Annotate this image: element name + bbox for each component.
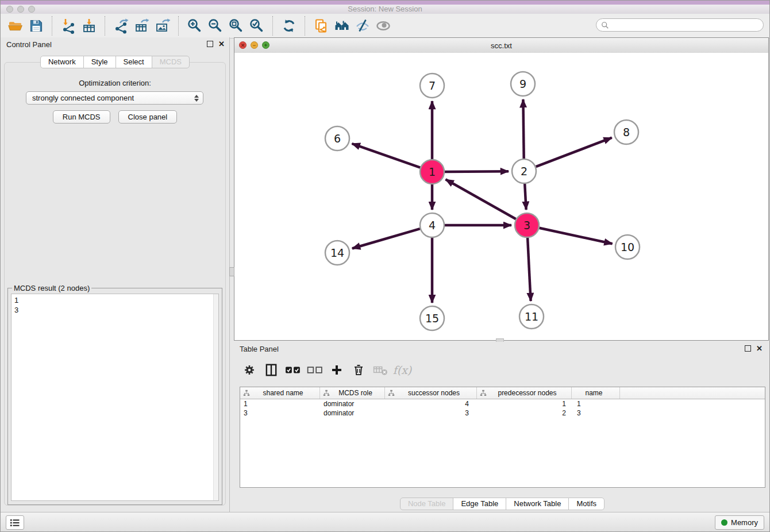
tab-mcds[interactable]: MCDS: [152, 56, 190, 68]
refresh-layout-button[interactable]: [279, 16, 299, 36]
cell-name[interactable]: 3: [572, 408, 620, 418]
tab-motifs[interactable]: Motifs: [568, 498, 605, 510]
graph-edge-2-8[interactable]: [536, 138, 612, 167]
tab-style[interactable]: Style: [83, 56, 116, 68]
memory-button[interactable]: Memory: [715, 515, 764, 530]
save-session-button[interactable]: [26, 16, 47, 36]
column-header-predecessor-nodes[interactable]: predecessor nodes: [477, 387, 572, 399]
column-header-shared-name[interactable]: shared name: [240, 387, 320, 399]
result-scrollbar[interactable]: [213, 294, 218, 500]
zoom-in-icon: [187, 18, 203, 34]
zoom-in-button[interactable]: [184, 16, 205, 36]
deselect-all-columns-button[interactable]: [305, 361, 325, 379]
table-row[interactable]: 1 dominator 4 1 1: [240, 399, 765, 408]
graph-node-7[interactable]: 7: [420, 74, 444, 98]
graph-node-14[interactable]: 14: [325, 241, 349, 265]
import-table-button[interactable]: [79, 16, 99, 36]
graph-edge-1-2[interactable]: [445, 171, 509, 172]
graph-edge-3-10[interactable]: [540, 228, 613, 244]
graph-node-8[interactable]: 8: [614, 120, 638, 144]
import-table-icon: [81, 18, 97, 34]
select-all-columns-button[interactable]: [283, 361, 303, 379]
graph-node-4[interactable]: 4: [420, 213, 444, 237]
task-history-button[interactable]: [6, 515, 24, 530]
open-session-button[interactable]: [5, 16, 26, 36]
network-canvas[interactable]: 7968124314101511: [234, 53, 768, 340]
graph-edge-3-11[interactable]: [528, 238, 531, 301]
toolbar-separator: [178, 16, 179, 36]
graph-edge-4-14[interactable]: [352, 229, 420, 248]
svg-text:6: 6: [334, 132, 341, 145]
graph-node-11[interactable]: 11: [519, 304, 544, 329]
table-panel-header: Table Panel ✕: [234, 342, 770, 357]
graph-node-15[interactable]: 15: [420, 306, 444, 330]
hierarchy-icon: [388, 390, 395, 396]
cell-mcds-role[interactable]: dominator: [320, 399, 385, 408]
vertical-splitter-handle[interactable]: [229, 267, 234, 276]
graph-edge-1-6[interactable]: [352, 144, 421, 168]
show-all-button[interactable]: [373, 16, 394, 36]
run-mcds-button[interactable]: Run MCDS: [53, 110, 110, 124]
graph-edge-2-3[interactable]: [525, 184, 526, 210]
delete-column-button[interactable]: [349, 361, 368, 379]
search-input[interactable]: [612, 20, 759, 30]
svg-text:8: 8: [623, 126, 630, 138]
tab-edge-table[interactable]: Edge Table: [453, 498, 506, 510]
close-table-panel-icon[interactable]: ✕: [756, 345, 763, 352]
close-panel-button[interactable]: Close panel: [118, 110, 178, 124]
import-network-button[interactable]: [58, 16, 79, 36]
graph-node-10[interactable]: 10: [615, 235, 640, 259]
mcds-result-list[interactable]: 1 3: [11, 294, 219, 501]
tab-node-table[interactable]: Node Table: [400, 498, 454, 510]
graph-node-3[interactable]: 3: [515, 213, 539, 237]
svg-text:10: 10: [621, 241, 634, 253]
tab-select[interactable]: Select: [116, 56, 152, 68]
zoom-out-button[interactable]: [205, 16, 226, 36]
cell-name[interactable]: 1: [572, 399, 620, 408]
close-panel-icon[interactable]: ✕: [218, 40, 225, 48]
create-column-button[interactable]: [327, 361, 346, 379]
network-window-titlebar[interactable]: ✕ − + scc.txt: [234, 38, 768, 53]
tab-network-table[interactable]: Network Table: [506, 498, 569, 510]
table-settings-button[interactable]: [240, 361, 259, 379]
export-image-button[interactable]: [152, 16, 173, 36]
cytoscape-window: Session: New Session: [0, 0, 770, 532]
cell-successor-nodes[interactable]: 3: [385, 408, 477, 418]
column-header-name[interactable]: name: [572, 387, 620, 399]
fit-content-button[interactable]: [226, 16, 247, 36]
zoom-selected-button[interactable]: [247, 16, 267, 36]
float-panel-icon[interactable]: [207, 41, 213, 47]
cell-shared-name[interactable]: 1: [240, 399, 320, 408]
cell-shared-name[interactable]: 3: [240, 408, 320, 418]
delete-table-button[interactable]: [371, 361, 390, 379]
home-browser-button[interactable]: [332, 16, 352, 36]
svg-text:2: 2: [521, 165, 528, 178]
criterion-dropdown[interactable]: strongly connected component: [26, 91, 203, 105]
tab-network[interactable]: Network: [40, 56, 84, 68]
cell-predecessor-nodes[interactable]: 2: [477, 408, 572, 418]
clone-network-icon: [313, 18, 329, 34]
graph-node-9[interactable]: 9: [511, 72, 535, 96]
export-network-button[interactable]: [111, 16, 132, 36]
cell-successor-nodes[interactable]: 4: [385, 399, 477, 408]
graph-edge-2-9[interactable]: [523, 99, 523, 159]
float-table-panel-icon[interactable]: [745, 345, 751, 352]
control-panel-tabs: Network Style Select MCDS: [1, 56, 229, 68]
criterion-dropdown-value: strongly connected component: [32, 94, 134, 102]
column-header-successor-nodes[interactable]: successor nodes: [385, 387, 477, 399]
function-builder-button[interactable]: f(x): [392, 361, 412, 379]
cell-mcds-role[interactable]: dominator: [320, 408, 385, 418]
show-columns-button[interactable]: [261, 361, 281, 379]
graph-node-2[interactable]: 2: [512, 159, 536, 183]
graph-node-6[interactable]: 6: [325, 126, 349, 151]
export-table-button[interactable]: [132, 16, 152, 36]
clone-network-button[interactable]: [311, 16, 332, 36]
graph-edge-3-1[interactable]: [446, 179, 516, 219]
export-table-icon: [134, 18, 150, 34]
column-header-mcds-role[interactable]: MCDS role: [320, 387, 385, 399]
graph-node-1[interactable]: 1: [420, 160, 444, 184]
hide-selected-button[interactable]: [352, 16, 373, 36]
table-row[interactable]: 3 dominator 3 2 3: [240, 408, 765, 418]
cell-predecessor-nodes[interactable]: 1: [477, 399, 572, 408]
global-search[interactable]: [596, 18, 764, 32]
